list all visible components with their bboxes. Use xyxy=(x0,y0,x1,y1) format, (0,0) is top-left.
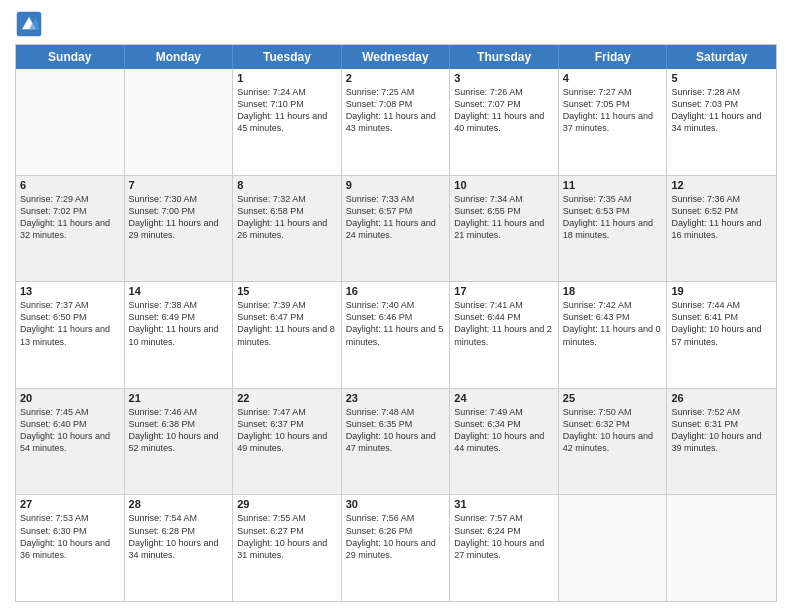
day-number: 25 xyxy=(563,392,663,404)
cell-info: Sunrise: 7:53 AM Sunset: 6:30 PM Dayligh… xyxy=(20,512,120,561)
header-day-tuesday: Tuesday xyxy=(233,45,342,69)
cell-info: Sunrise: 7:48 AM Sunset: 6:35 PM Dayligh… xyxy=(346,406,446,455)
cal-cell: 31Sunrise: 7:57 AM Sunset: 6:24 PM Dayli… xyxy=(450,495,559,601)
calendar-row-1: 6Sunrise: 7:29 AM Sunset: 7:02 PM Daylig… xyxy=(16,175,776,282)
cell-info: Sunrise: 7:24 AM Sunset: 7:10 PM Dayligh… xyxy=(237,86,337,135)
cal-cell: 18Sunrise: 7:42 AM Sunset: 6:43 PM Dayli… xyxy=(559,282,668,388)
day-number: 29 xyxy=(237,498,337,510)
cal-cell: 3Sunrise: 7:26 AM Sunset: 7:07 PM Daylig… xyxy=(450,69,559,175)
cal-cell: 5Sunrise: 7:28 AM Sunset: 7:03 PM Daylig… xyxy=(667,69,776,175)
cell-info: Sunrise: 7:30 AM Sunset: 7:00 PM Dayligh… xyxy=(129,193,229,242)
day-number: 18 xyxy=(563,285,663,297)
cal-cell: 14Sunrise: 7:38 AM Sunset: 6:49 PM Dayli… xyxy=(125,282,234,388)
day-number: 10 xyxy=(454,179,554,191)
cal-cell: 1Sunrise: 7:24 AM Sunset: 7:10 PM Daylig… xyxy=(233,69,342,175)
logo-icon xyxy=(15,10,43,38)
day-number: 30 xyxy=(346,498,446,510)
cell-info: Sunrise: 7:35 AM Sunset: 6:53 PM Dayligh… xyxy=(563,193,663,242)
cal-cell: 27Sunrise: 7:53 AM Sunset: 6:30 PM Dayli… xyxy=(16,495,125,601)
cell-info: Sunrise: 7:39 AM Sunset: 6:47 PM Dayligh… xyxy=(237,299,337,348)
day-number: 13 xyxy=(20,285,120,297)
logo xyxy=(15,10,47,38)
cal-cell: 23Sunrise: 7:48 AM Sunset: 6:35 PM Dayli… xyxy=(342,389,451,495)
cell-info: Sunrise: 7:56 AM Sunset: 6:26 PM Dayligh… xyxy=(346,512,446,561)
day-number: 19 xyxy=(671,285,772,297)
cell-info: Sunrise: 7:32 AM Sunset: 6:58 PM Dayligh… xyxy=(237,193,337,242)
cell-info: Sunrise: 7:28 AM Sunset: 7:03 PM Dayligh… xyxy=(671,86,772,135)
cell-info: Sunrise: 7:34 AM Sunset: 6:55 PM Dayligh… xyxy=(454,193,554,242)
calendar-header: SundayMondayTuesdayWednesdayThursdayFrid… xyxy=(16,45,776,69)
day-number: 2 xyxy=(346,72,446,84)
day-number: 8 xyxy=(237,179,337,191)
cell-info: Sunrise: 7:38 AM Sunset: 6:49 PM Dayligh… xyxy=(129,299,229,348)
cal-cell: 22Sunrise: 7:47 AM Sunset: 6:37 PM Dayli… xyxy=(233,389,342,495)
cal-cell: 8Sunrise: 7:32 AM Sunset: 6:58 PM Daylig… xyxy=(233,176,342,282)
cell-info: Sunrise: 7:45 AM Sunset: 6:40 PM Dayligh… xyxy=(20,406,120,455)
cell-info: Sunrise: 7:41 AM Sunset: 6:44 PM Dayligh… xyxy=(454,299,554,348)
day-number: 14 xyxy=(129,285,229,297)
day-number: 28 xyxy=(129,498,229,510)
cell-info: Sunrise: 7:27 AM Sunset: 7:05 PM Dayligh… xyxy=(563,86,663,135)
calendar-row-4: 27Sunrise: 7:53 AM Sunset: 6:30 PM Dayli… xyxy=(16,494,776,601)
header-day-thursday: Thursday xyxy=(450,45,559,69)
cell-info: Sunrise: 7:52 AM Sunset: 6:31 PM Dayligh… xyxy=(671,406,772,455)
calendar-row-0: 1Sunrise: 7:24 AM Sunset: 7:10 PM Daylig… xyxy=(16,69,776,175)
cell-info: Sunrise: 7:29 AM Sunset: 7:02 PM Dayligh… xyxy=(20,193,120,242)
header-day-monday: Monday xyxy=(125,45,234,69)
cell-info: Sunrise: 7:49 AM Sunset: 6:34 PM Dayligh… xyxy=(454,406,554,455)
calendar-row-3: 20Sunrise: 7:45 AM Sunset: 6:40 PM Dayli… xyxy=(16,388,776,495)
header-day-sunday: Sunday xyxy=(16,45,125,69)
cell-info: Sunrise: 7:54 AM Sunset: 6:28 PM Dayligh… xyxy=(129,512,229,561)
calendar-body: 1Sunrise: 7:24 AM Sunset: 7:10 PM Daylig… xyxy=(16,69,776,601)
cal-cell: 29Sunrise: 7:55 AM Sunset: 6:27 PM Dayli… xyxy=(233,495,342,601)
day-number: 15 xyxy=(237,285,337,297)
day-number: 6 xyxy=(20,179,120,191)
cell-info: Sunrise: 7:26 AM Sunset: 7:07 PM Dayligh… xyxy=(454,86,554,135)
cell-info: Sunrise: 7:37 AM Sunset: 6:50 PM Dayligh… xyxy=(20,299,120,348)
cell-info: Sunrise: 7:36 AM Sunset: 6:52 PM Dayligh… xyxy=(671,193,772,242)
day-number: 1 xyxy=(237,72,337,84)
day-number: 11 xyxy=(563,179,663,191)
cal-cell: 2Sunrise: 7:25 AM Sunset: 7:08 PM Daylig… xyxy=(342,69,451,175)
cal-cell: 15Sunrise: 7:39 AM Sunset: 6:47 PM Dayli… xyxy=(233,282,342,388)
cal-cell: 19Sunrise: 7:44 AM Sunset: 6:41 PM Dayli… xyxy=(667,282,776,388)
day-number: 16 xyxy=(346,285,446,297)
cell-info: Sunrise: 7:46 AM Sunset: 6:38 PM Dayligh… xyxy=(129,406,229,455)
day-number: 17 xyxy=(454,285,554,297)
calendar: SundayMondayTuesdayWednesdayThursdayFrid… xyxy=(15,44,777,602)
day-number: 20 xyxy=(20,392,120,404)
day-number: 12 xyxy=(671,179,772,191)
day-number: 9 xyxy=(346,179,446,191)
cal-cell: 11Sunrise: 7:35 AM Sunset: 6:53 PM Dayli… xyxy=(559,176,668,282)
cal-cell: 16Sunrise: 7:40 AM Sunset: 6:46 PM Dayli… xyxy=(342,282,451,388)
cal-cell xyxy=(667,495,776,601)
cell-info: Sunrise: 7:44 AM Sunset: 6:41 PM Dayligh… xyxy=(671,299,772,348)
cal-cell: 17Sunrise: 7:41 AM Sunset: 6:44 PM Dayli… xyxy=(450,282,559,388)
day-number: 3 xyxy=(454,72,554,84)
cal-cell xyxy=(125,69,234,175)
cal-cell xyxy=(559,495,668,601)
day-number: 22 xyxy=(237,392,337,404)
cell-info: Sunrise: 7:40 AM Sunset: 6:46 PM Dayligh… xyxy=(346,299,446,348)
cal-cell: 10Sunrise: 7:34 AM Sunset: 6:55 PM Dayli… xyxy=(450,176,559,282)
day-number: 21 xyxy=(129,392,229,404)
cell-info: Sunrise: 7:57 AM Sunset: 6:24 PM Dayligh… xyxy=(454,512,554,561)
header-day-saturday: Saturday xyxy=(667,45,776,69)
cal-cell: 26Sunrise: 7:52 AM Sunset: 6:31 PM Dayli… xyxy=(667,389,776,495)
cal-cell: 12Sunrise: 7:36 AM Sunset: 6:52 PM Dayli… xyxy=(667,176,776,282)
cal-cell: 28Sunrise: 7:54 AM Sunset: 6:28 PM Dayli… xyxy=(125,495,234,601)
cell-info: Sunrise: 7:50 AM Sunset: 6:32 PM Dayligh… xyxy=(563,406,663,455)
header-day-wednesday: Wednesday xyxy=(342,45,451,69)
cal-cell: 25Sunrise: 7:50 AM Sunset: 6:32 PM Dayli… xyxy=(559,389,668,495)
day-number: 26 xyxy=(671,392,772,404)
calendar-row-2: 13Sunrise: 7:37 AM Sunset: 6:50 PM Dayli… xyxy=(16,281,776,388)
cal-cell: 30Sunrise: 7:56 AM Sunset: 6:26 PM Dayli… xyxy=(342,495,451,601)
day-number: 31 xyxy=(454,498,554,510)
cal-cell: 24Sunrise: 7:49 AM Sunset: 6:34 PM Dayli… xyxy=(450,389,559,495)
cal-cell: 4Sunrise: 7:27 AM Sunset: 7:05 PM Daylig… xyxy=(559,69,668,175)
cell-info: Sunrise: 7:47 AM Sunset: 6:37 PM Dayligh… xyxy=(237,406,337,455)
cell-info: Sunrise: 7:55 AM Sunset: 6:27 PM Dayligh… xyxy=(237,512,337,561)
day-number: 4 xyxy=(563,72,663,84)
day-number: 5 xyxy=(671,72,772,84)
day-number: 24 xyxy=(454,392,554,404)
